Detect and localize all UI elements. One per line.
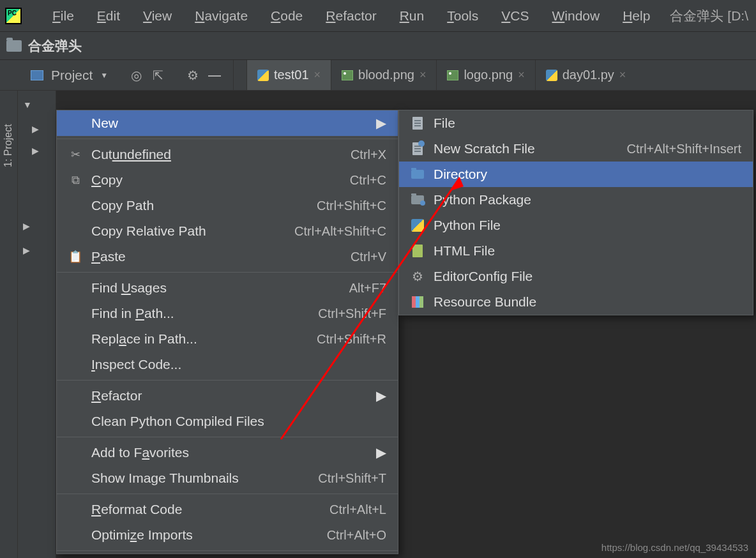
menu-run[interactable]: Run bbox=[388, 8, 436, 24]
breadcrumb-name: 合金弹头 bbox=[28, 37, 82, 55]
menu-window[interactable]: Window bbox=[540, 8, 611, 24]
file-icon bbox=[411, 117, 425, 130]
project-tool-tab[interactable]: 1: Project bbox=[3, 124, 14, 167]
menu-view[interactable]: View bbox=[132, 8, 183, 24]
ctx-show-image-thumbnails[interactable]: Show Image ThumbnailsCtrl+Shift+T bbox=[57, 465, 398, 491]
close-icon[interactable]: × bbox=[518, 68, 525, 82]
new-file[interactable]: File bbox=[399, 110, 753, 136]
folder-dot-icon bbox=[411, 195, 425, 204]
tree-expand-icon[interactable] bbox=[18, 217, 56, 235]
py-icon bbox=[411, 219, 425, 232]
ctx-find-usages[interactable]: Find UsagesAlt+F7 bbox=[57, 275, 398, 301]
folder-icon bbox=[6, 40, 22, 52]
tab-test01[interactable]: test01× bbox=[246, 60, 331, 90]
tree-expand-icon[interactable] bbox=[18, 241, 56, 259]
collapse-icon[interactable] bbox=[151, 68, 165, 82]
tab-blood-png[interactable]: blood.png× bbox=[331, 60, 436, 90]
cut-icon: ✂ bbox=[68, 147, 82, 162]
chevron-right-icon: ▶ bbox=[376, 388, 386, 403]
ctx-clean-python-compiled-files[interactable]: Clean Python Compiled Files bbox=[57, 409, 398, 434]
new-directory[interactable]: Directory bbox=[399, 162, 753, 187]
folder-icon bbox=[411, 170, 425, 179]
ctx-copy[interactable]: ⧉CopyCtrl+C bbox=[57, 167, 398, 193]
ctx-copy-path[interactable]: Copy PathCtrl+Shift+C bbox=[57, 193, 398, 218]
copy-icon: ⧉ bbox=[68, 174, 82, 187]
ctx-cut[interactable]: ✂CutundefinedCtrl+X bbox=[57, 142, 398, 167]
paste-icon: 📋 bbox=[68, 250, 82, 264]
menu-edit[interactable]: Edit bbox=[86, 8, 132, 24]
menu-navigate[interactable]: Navigate bbox=[183, 8, 259, 24]
menu-tools[interactable]: Tools bbox=[435, 8, 490, 24]
window-title: 合金弹头 [D:\ bbox=[670, 7, 751, 25]
python-file-icon bbox=[257, 70, 269, 81]
project-tree[interactable] bbox=[18, 91, 56, 558]
new-submenu: FileNew Scratch FileCtrl+Alt+Shift+Inser… bbox=[398, 110, 753, 315]
html-icon bbox=[411, 245, 425, 257]
menu-code[interactable]: Code bbox=[259, 8, 314, 24]
editor-tabs: test01×blood.png×logo.png×day01.py× bbox=[246, 60, 636, 90]
close-icon[interactable]: × bbox=[420, 68, 427, 82]
menubar: FileEditViewNavigateCodeRefactorRunTools… bbox=[0, 0, 756, 32]
menu-help[interactable]: Help bbox=[611, 8, 662, 24]
project-selector[interactable]: Project ▼ bbox=[19, 60, 234, 90]
gear-icon[interactable] bbox=[186, 68, 200, 82]
menu-vcs[interactable]: VCS bbox=[490, 8, 540, 24]
ctx-add-to-favorites[interactable]: Add to Favorites▶ bbox=[57, 440, 398, 465]
new-editorconfig-file[interactable]: EditorConfig File bbox=[399, 264, 753, 289]
gear-icon bbox=[411, 269, 425, 284]
menu-refactor[interactable]: Refactor bbox=[314, 8, 388, 24]
target-icon[interactable] bbox=[129, 68, 143, 82]
ctx-new[interactable]: New▶ bbox=[57, 110, 398, 136]
chevron-right-icon: ▶ bbox=[376, 445, 386, 460]
tool-window-bar[interactable]: 1: Project bbox=[0, 91, 18, 558]
ctx-copy-relative-path[interactable]: Copy Relative PathCtrl+Alt+Shift+C bbox=[57, 218, 398, 244]
ctx-inspect-code-[interactable]: Inspect Code... bbox=[57, 352, 398, 377]
project-icon bbox=[31, 70, 43, 80]
close-icon[interactable]: × bbox=[619, 68, 626, 82]
toolbar: Project ▼ test01×blood.png×logo.png×day0… bbox=[0, 60, 756, 91]
new-python-package[interactable]: Python Package bbox=[399, 187, 753, 213]
new-html-file[interactable]: HTML File bbox=[399, 238, 753, 264]
python-file-icon bbox=[546, 70, 557, 81]
image-file-icon bbox=[342, 70, 353, 80]
new-new-scratch-file[interactable]: New Scratch FileCtrl+Alt+Shift+Insert bbox=[399, 136, 753, 162]
tree-expand-icon[interactable] bbox=[18, 96, 56, 114]
ctx-optimize-imports[interactable]: Optimize ImportsCtrl+Alt+O bbox=[57, 522, 398, 548]
new-python-file[interactable]: Python File bbox=[399, 213, 753, 238]
menu-file[interactable]: File bbox=[41, 8, 86, 24]
bars-icon bbox=[411, 296, 425, 308]
ctx-find-in-path-[interactable]: Find in Path...Ctrl+Shift+F bbox=[57, 301, 398, 326]
app-icon bbox=[5, 8, 22, 24]
tab-logo-png[interactable]: logo.png× bbox=[436, 60, 534, 90]
ctx-refactor[interactable]: Refactor▶ bbox=[57, 383, 398, 409]
breadcrumb: 合金弹头 bbox=[0, 32, 756, 60]
ctx-paste[interactable]: 📋PasteCtrl+V bbox=[57, 244, 398, 269]
tab-day01-py[interactable]: day01.py× bbox=[535, 60, 637, 90]
minimize-icon[interactable] bbox=[208, 68, 222, 82]
tree-expand-icon[interactable] bbox=[27, 120, 56, 138]
ctx-reformat-code[interactable]: Reformat CodeCtrl+Alt+L bbox=[57, 497, 398, 522]
context-menu: New▶✂CutundefinedCtrl+X⧉CopyCtrl+CCopy P… bbox=[56, 110, 398, 554]
chevron-right-icon: ▶ bbox=[376, 116, 386, 131]
image-file-icon bbox=[447, 70, 458, 80]
close-icon[interactable]: × bbox=[314, 68, 321, 82]
ctx-replace-in-path-[interactable]: Replace in Path...Ctrl+Shift+R bbox=[57, 326, 398, 352]
tree-expand-icon[interactable] bbox=[27, 142, 56, 160]
chevron-down-icon: ▼ bbox=[100, 71, 108, 80]
watermark: https://blog.csdn.net/qq_39434533 bbox=[601, 542, 748, 553]
file-clock-icon bbox=[411, 142, 425, 155]
new-resource-bundle[interactable]: Resource Bundle bbox=[399, 289, 753, 315]
